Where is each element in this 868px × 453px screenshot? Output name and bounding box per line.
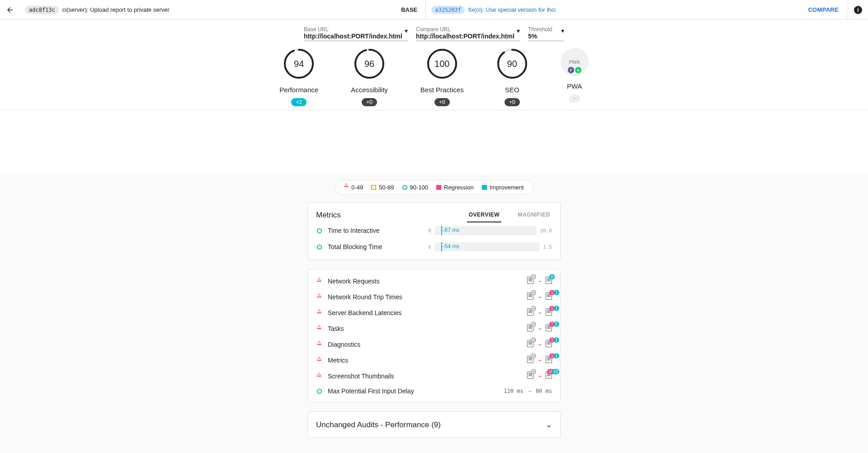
arrow-right-icon: → — [538, 326, 541, 332]
field-value: 5% — [528, 33, 564, 40]
field-label: Base URL — [304, 26, 408, 33]
doc-after: 1010 — [546, 372, 552, 380]
gauge-label: Performance — [279, 86, 318, 94]
metrics-title: Metrics — [316, 211, 341, 220]
audit-row[interactable]: Max Potential First Input Delay120 ms→80… — [308, 384, 560, 398]
gauge-label: Best Practices — [420, 86, 464, 94]
compare-url-select[interactable]: Compare URL http://localhost:PORT/index.… — [416, 26, 520, 41]
audit-row[interactable]: Server Backend Latencies0 → 11 — [308, 305, 560, 321]
metric-name: Time to Interactive — [328, 227, 423, 234]
gauge-label: SEO — [505, 86, 519, 94]
audit-name: Network Round Trip Times — [328, 293, 423, 301]
compare-commit-msg: fix(ci): Use special version for lhci — [468, 6, 556, 13]
square-icon — [482, 185, 487, 190]
gauge-score: 100 — [426, 48, 458, 80]
audit-row[interactable]: Screenshot Thumbnails0 → 1010 — [308, 368, 560, 384]
triangle-icon — [317, 341, 321, 345]
doc-after: 76 — [546, 324, 552, 333]
doc-before: 0 — [527, 340, 533, 349]
gauge-accessibility[interactable]: 96Accessibility+0 — [351, 48, 388, 106]
doc-before: 0 — [527, 308, 533, 317]
doc-before: 0 — [527, 293, 533, 301]
metric-bar: 0-54 ms1.5 — [428, 242, 552, 251]
doc-after: 11 — [546, 340, 552, 349]
tab-overview[interactable]: OVERVIEW — [467, 208, 501, 222]
metrics-tabs: OVERVIEW MAGNIFIED — [467, 208, 552, 222]
unchanged-title: Unchanged Audits - Performance (9) — [316, 420, 441, 429]
gauge-score: 90 — [496, 48, 528, 80]
doc-before: 0 — [527, 356, 533, 364]
header: adc8f13c ci(server): Upload report to pr… — [0, 0, 868, 20]
arrow-left-icon — [6, 6, 14, 14]
gauge-label: PWA — [567, 82, 582, 90]
triangle-icon — [317, 309, 321, 313]
audit-row[interactable]: Network Round Trip Times0 → 11 — [308, 289, 560, 305]
value-after: 80 ms — [536, 388, 552, 394]
gauge-delta: +2 — [291, 98, 307, 106]
circle-icon — [317, 389, 322, 394]
info-icon: i — [854, 6, 862, 14]
legend-fail: 0-49 — [344, 184, 363, 191]
audit-row[interactable]: Diagnostics0 → 11 — [308, 336, 560, 352]
square-icon — [371, 185, 376, 190]
metric-bar: 0-87 ms20.0 — [428, 226, 552, 235]
gauge-delta: +0 — [362, 98, 377, 106]
metric-name: Total Blocking Time — [328, 243, 423, 250]
compare-commit: a325203f fix(ci): Use special version fo… — [426, 0, 799, 19]
audit-name: Network Requests — [328, 278, 423, 285]
tab-magnified[interactable]: MAGNIFIED — [516, 208, 552, 222]
chevron-down-icon: ▾ — [517, 27, 520, 34]
arrow-right-icon: → — [538, 357, 541, 363]
gauge-delta: - — [569, 94, 580, 103]
audit-name: Max Potential First Input Delay — [328, 387, 423, 395]
gauge-label: Accessibility — [351, 86, 388, 94]
score-gauges: 94Performance+296Accessibility+0100Best … — [0, 48, 868, 106]
gauge-delta: +0 — [505, 98, 520, 106]
field-value: http://localhost:PORT/index.html — [304, 33, 408, 40]
arrow-right-icon: → — [538, 341, 541, 348]
field-label: Threshold — [528, 26, 564, 33]
metric-row[interactable]: Total Blocking Time 0-54 ms1.5 — [308, 239, 560, 255]
doc-before: 0 — [527, 277, 533, 285]
base-commit: adc8f13c ci(server): Upload report to pr… — [20, 0, 393, 19]
triangle-icon — [317, 293, 321, 297]
content: 0-49 50-89 90-100 Regression Improvement… — [0, 174, 868, 453]
legend-regression: Regression — [436, 184, 474, 191]
audit-name: Server Backend Latencies — [328, 309, 423, 316]
audit-row[interactable]: Metrics0 → 11 — [308, 352, 560, 368]
info-button[interactable]: i — [848, 0, 868, 19]
triangle-icon — [344, 183, 349, 187]
back-button[interactable] — [0, 0, 20, 19]
metric-row[interactable]: Time to Interactive 0-87 ms20.0 — [308, 222, 560, 239]
base-commit-msg: ci(server): Upload report to private ser… — [62, 6, 170, 13]
arrow-right-icon: → — [528, 388, 531, 394]
doc-after: 0 — [546, 277, 552, 285]
metrics-card: Metrics OVERVIEW MAGNIFIED Time to Inter… — [307, 202, 561, 260]
doc-after: 11 — [546, 308, 552, 317]
gauge-score: 94 — [283, 48, 315, 80]
audit-name: Screenshot Thumbnails — [328, 373, 423, 380]
gauge-best-practices[interactable]: 100Best Practices+0 — [420, 48, 464, 106]
audit-row[interactable]: Network Requests0 → 0 — [308, 273, 560, 289]
gauge-pwa[interactable]: PWA⚡+PWA- — [561, 48, 589, 106]
chevron-down-icon: ▾ — [405, 27, 408, 34]
gauge-ring: 100 — [426, 48, 458, 80]
gauge-seo[interactable]: 90SEO+0 — [496, 48, 528, 106]
base-label: BASE — [393, 0, 425, 19]
circle-icon — [316, 227, 322, 234]
unchanged-card[interactable]: Unchanged Audits - Performance (9) ⌄ — [307, 411, 561, 438]
gauge-ring: 90 — [496, 48, 528, 80]
base-url-select[interactable]: Base URL http://localhost:PORT/index.htm… — [304, 26, 408, 41]
gauge-performance[interactable]: 94Performance+2 — [279, 48, 318, 106]
field-label: Compare URL — [416, 26, 520, 33]
threshold-select[interactable]: Threshold 5% ▾ — [528, 26, 564, 41]
doc-after: 11 — [546, 356, 552, 364]
legend-improvement: Improvement — [482, 184, 524, 191]
circle-icon — [402, 185, 407, 190]
chevron-down-icon: ▾ — [561, 27, 564, 34]
doc-after: 11 — [546, 293, 552, 301]
audit-row[interactable]: Tasks0 → 76 — [308, 321, 560, 336]
compare-button[interactable]: COMPARE — [799, 0, 848, 19]
pwa-icon: PWA⚡+ — [561, 48, 589, 76]
circle-icon — [316, 244, 322, 250]
